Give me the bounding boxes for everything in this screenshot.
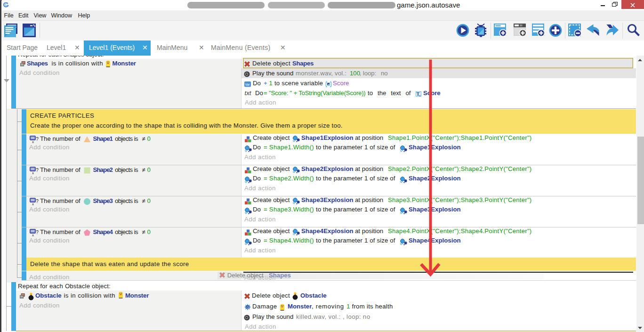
svg-text:x: x bbox=[32, 139, 34, 143]
svg-text:?: ? bbox=[36, 136, 39, 141]
svg-text:x: x bbox=[32, 170, 34, 174]
svg-text:G: G bbox=[247, 306, 249, 309]
svg-text:Var: Var bbox=[245, 83, 250, 86]
svg-text:?: ? bbox=[36, 229, 39, 235]
svg-text:?: ? bbox=[36, 198, 39, 203]
svg-text:x: x bbox=[32, 202, 34, 205]
svg-text:x: x bbox=[32, 233, 34, 236]
svg-text:?: ? bbox=[36, 167, 39, 172]
